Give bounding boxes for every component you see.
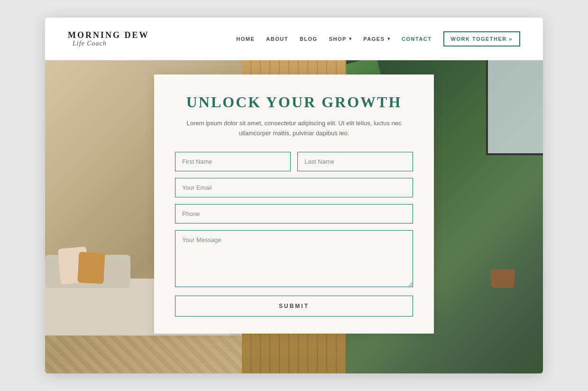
form-subtitle: Lorem ipsum dolor sit amet, consectetur …: [175, 119, 413, 139]
logo-main: MORNING DEW: [68, 31, 149, 39]
email-input[interactable]: [175, 178, 413, 197]
work-together-button[interactable]: WORK TOGETHER »: [443, 31, 520, 47]
nav-pages[interactable]: PAGES: [363, 36, 390, 42]
cushion-2: [77, 252, 105, 284]
nav-about[interactable]: ABOUT: [266, 36, 288, 42]
phone-input[interactable]: [175, 204, 413, 223]
main-nav: HOME ABOUT BLOG SHOP PAGES CONTACT WORK …: [236, 31, 520, 47]
nav-blog[interactable]: BLOG: [300, 36, 318, 42]
first-name-input[interactable]: [175, 152, 291, 171]
logo-sub: Life Coach: [73, 40, 107, 47]
nav-contact[interactable]: CONTACT: [402, 36, 432, 42]
nav-shop[interactable]: SHOP: [329, 36, 352, 42]
browser-window: MORNING DEW Life Coach HOME ABOUT BLOG S…: [45, 18, 543, 373]
site-header: MORNING DEW Life Coach HOME ABOUT BLOG S…: [45, 18, 543, 60]
logo: MORNING DEW Life Coach: [68, 31, 149, 47]
contact-form-panel: UNLOCK YOUR GROWTH Lorem ipsum dolor sit…: [154, 74, 434, 334]
submit-button[interactable]: SUBMIT: [175, 296, 413, 317]
contact-form: SUBMIT: [175, 152, 413, 317]
nav-home[interactable]: HOME: [236, 36, 255, 42]
form-title: UNLOCK YOUR GROWTH: [175, 93, 413, 111]
window: [486, 60, 543, 155]
message-textarea[interactable]: [175, 230, 413, 287]
phone-row: [175, 204, 413, 223]
floor: [45, 335, 242, 373]
name-row: [175, 152, 413, 171]
last-name-input[interactable]: [297, 152, 413, 171]
email-row: [175, 178, 413, 197]
plant-pot: [491, 269, 514, 288]
hero-section: UNLOCK YOUR GROWTH Lorem ipsum dolor sit…: [45, 60, 543, 373]
